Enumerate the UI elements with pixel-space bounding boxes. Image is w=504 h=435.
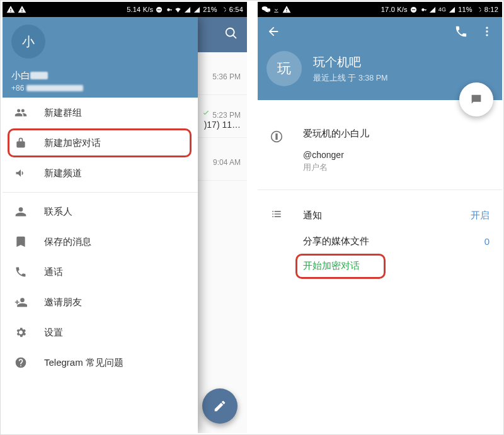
drawer-item-label: 新建加密对话 xyxy=(44,137,101,149)
profile-appbar: 玩 玩个机吧 最近上线 于 3:38 PM xyxy=(258,17,502,100)
display-name: 爱玩机的小白儿 xyxy=(303,128,490,140)
status-bar: 5.14 K/s 21% 6:54 xyxy=(3,2,247,17)
chat-row[interactable]: 5:23 PM )17) 11… xyxy=(198,95,247,138)
compose-fab[interactable] xyxy=(202,388,238,424)
svg-point-7 xyxy=(486,30,488,32)
appbar xyxy=(198,17,247,52)
chat-time: 5:23 PM xyxy=(212,111,241,120)
avatar-letter: 小 xyxy=(22,33,35,50)
drawer-item-new-channel[interactable]: 新建频道 xyxy=(3,158,198,188)
drawer-item-label: 通话 xyxy=(44,266,63,278)
drawer-item-faq[interactable]: Telegram 常见问题 xyxy=(3,347,198,378)
divider xyxy=(258,189,502,190)
row-value: 开启 xyxy=(471,210,490,222)
drawer-item-label: Telegram 常见问题 xyxy=(44,357,123,369)
row-label: 通知 xyxy=(303,210,471,222)
vpn-key-icon xyxy=(420,6,427,13)
signal-icon xyxy=(449,6,455,13)
back-icon[interactable] xyxy=(266,25,280,41)
drawer-item-label: 保存的消息 xyxy=(44,236,91,248)
warning-icon xyxy=(282,5,291,14)
info-icon xyxy=(270,130,283,173)
warning-icon xyxy=(6,5,15,14)
chat-preview: )17) 11… xyxy=(204,120,241,130)
bookmark-icon xyxy=(14,235,28,248)
drawer-item-label: 新建群组 xyxy=(44,107,82,119)
drawer-item-label: 邀请朋友 xyxy=(44,297,82,308)
row-value: 0 xyxy=(484,236,490,247)
drawer-item-saved-messages[interactable]: 保存的消息 xyxy=(3,227,198,257)
svg-point-5 xyxy=(476,7,481,11)
signal-icon xyxy=(193,6,200,13)
drawer-item-invite-friends[interactable]: 邀请朋友 xyxy=(3,287,198,317)
phone-icon xyxy=(14,266,28,278)
last-seen: 最近上线 于 3:38 PM xyxy=(313,73,388,84)
add-person-icon xyxy=(14,296,28,308)
avatar[interactable]: 小 xyxy=(11,25,45,59)
signal-icon xyxy=(429,6,436,13)
help-icon xyxy=(14,356,28,369)
nav-drawer: 小 小白 +86 新建群组 新建加密对话 xyxy=(3,17,198,433)
message-fab[interactable] xyxy=(459,82,493,116)
row-start-secret-chat[interactable]: 开始加密对话 xyxy=(258,254,502,278)
wechat-icon xyxy=(261,5,270,14)
call-icon[interactable] xyxy=(454,25,468,41)
lock-icon xyxy=(14,137,28,149)
search-icon[interactable] xyxy=(224,26,238,43)
avatar[interactable]: 玩 xyxy=(266,51,302,86)
info-block: 爱玩机的小白儿 @chonger 用户名 xyxy=(258,128,502,173)
chat-list-background: 5:36 PM 5:23 PM )17) 11… 9:04 AM xyxy=(198,17,247,433)
phone-left: 5.14 K/s 21% 6:54 5:36 PM 5:23 PM )17) xyxy=(3,2,247,433)
chat-row[interactable]: 9:04 AM xyxy=(198,138,247,181)
check-icon xyxy=(202,111,210,120)
wifi-icon xyxy=(175,6,181,13)
username-caption: 用户名 xyxy=(303,162,490,173)
drawer-item-label: 联系人 xyxy=(44,206,72,218)
user-name: 小白 xyxy=(11,70,189,82)
phone-right: 17.0 K/s 4G 11% 8:12 玩 玩个机吧 xyxy=(258,2,502,433)
divider xyxy=(3,192,198,193)
net-speed: 5.14 K/s xyxy=(127,6,153,13)
svg-point-2 xyxy=(221,7,226,11)
row-label: 开始加密对话 xyxy=(303,260,490,272)
spinner-icon xyxy=(220,6,227,13)
clock-time: 6:54 xyxy=(229,6,243,13)
row-shared-media[interactable]: 分享的媒体文件 0 xyxy=(258,229,502,254)
dnd-icon xyxy=(410,6,417,13)
profile-title: 玩个机吧 xyxy=(313,54,388,71)
battery-percent: 21% xyxy=(203,6,217,13)
chat-row[interactable]: 5:36 PM xyxy=(198,52,247,95)
avatar-letter: 玩 xyxy=(277,59,291,78)
signal-icon xyxy=(184,6,191,13)
download-icon xyxy=(273,6,280,13)
drawer-item-new-group[interactable]: 新建群组 xyxy=(3,98,198,128)
svg-rect-4 xyxy=(412,9,416,10)
svg-point-8 xyxy=(486,34,488,36)
chat-time: 5:36 PM xyxy=(212,72,241,81)
profile-content: 爱玩机的小白儿 @chonger 用户名 通知 开启 分享的媒体文件 0 开始加… xyxy=(258,100,502,278)
list-icon xyxy=(270,208,283,223)
dnd-icon xyxy=(156,6,163,13)
megaphone-icon xyxy=(14,167,28,179)
gear-icon xyxy=(14,326,28,339)
drawer-item-contacts[interactable]: 联系人 xyxy=(3,196,198,227)
vpn-key-icon xyxy=(165,6,172,13)
network-type: 4G xyxy=(438,6,446,13)
drawer-item-settings[interactable]: 设置 xyxy=(3,317,198,347)
drawer-item-new-secret-chat[interactable]: 新建加密对话 xyxy=(3,128,198,158)
chat-time: 9:04 AM xyxy=(213,158,241,167)
spinner-icon xyxy=(475,6,482,13)
battery-percent: 11% xyxy=(458,6,472,13)
warning-icon xyxy=(18,5,26,14)
status-bar: 17.0 K/s 4G 11% 8:12 xyxy=(258,2,502,17)
row-notifications[interactable]: 通知 开启 xyxy=(258,201,502,229)
overflow-menu-icon[interactable] xyxy=(481,25,493,41)
net-speed: 17.0 K/s xyxy=(381,6,408,13)
username[interactable]: @chonger xyxy=(303,150,490,160)
drawer-header: 小 小白 +86 xyxy=(3,17,198,98)
drawer-item-calls[interactable]: 通话 xyxy=(3,257,198,287)
svg-rect-1 xyxy=(158,9,161,10)
user-phone: +86 xyxy=(11,84,189,93)
clock-time: 8:12 xyxy=(484,6,498,13)
drawer-item-label: 新建频道 xyxy=(44,167,82,179)
